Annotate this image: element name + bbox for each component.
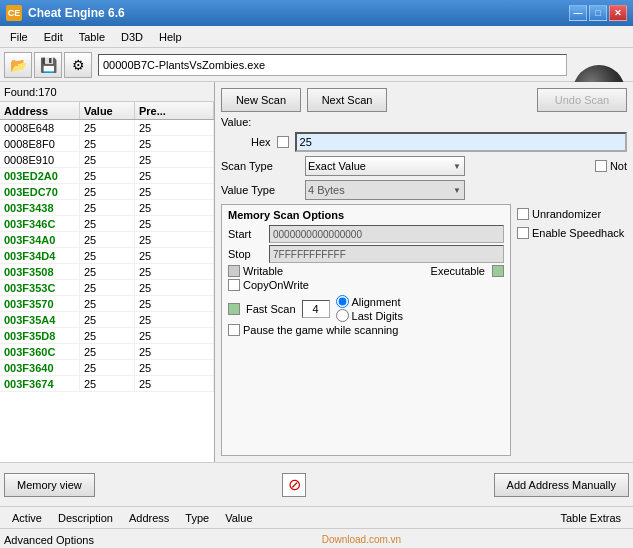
app-icon: CE	[6, 5, 22, 21]
list-item[interactable]: 003F35A4 25 25	[0, 312, 214, 328]
val-cell: 25	[80, 248, 135, 263]
list-item[interactable]: 003F34A0 25 25	[0, 232, 214, 248]
fast-scan-input[interactable]	[302, 300, 330, 318]
open-button[interactable]: 📂	[4, 52, 32, 78]
pause-label: Pause the game while scanning	[243, 324, 398, 336]
val-cell: 25	[80, 264, 135, 279]
list-item[interactable]: 003F35D8 25 25	[0, 328, 214, 344]
list-item[interactable]: 003F3640 25 25	[0, 360, 214, 376]
list-item[interactable]: 0008E8F0 25 25	[0, 136, 214, 152]
addr-cell: 0008E8F0	[0, 136, 80, 151]
list-item[interactable]: 003F3570 25 25	[0, 296, 214, 312]
list-item[interactable]: 003F360C 25 25	[0, 344, 214, 360]
tf-type: Type	[177, 512, 217, 524]
menu-d3d[interactable]: D3D	[113, 26, 151, 47]
close-button[interactable]: ✕	[609, 5, 627, 21]
maximize-button[interactable]: □	[589, 5, 607, 21]
list-item[interactable]: 003F353C 25 25	[0, 280, 214, 296]
list-item[interactable]: 003F3438 25 25	[0, 200, 214, 216]
hex-checkbox[interactable]	[277, 136, 289, 148]
menu-file[interactable]: File	[2, 26, 36, 47]
pause-row: Pause the game while scanning	[228, 324, 504, 336]
lastdigits-radio[interactable]	[336, 309, 349, 322]
start-label: Start	[228, 228, 263, 240]
found-count: Found:170	[0, 82, 214, 102]
pre-cell: 25	[135, 152, 214, 167]
address-list[interactable]: 0008E648 25 25 0008E8F0 25 25 0008E910 2…	[0, 120, 214, 462]
tf-value: Value	[217, 512, 260, 524]
writable-checkbox[interactable]	[228, 265, 240, 277]
tf-description: Description	[50, 512, 121, 524]
value-label: Value:	[221, 116, 251, 128]
list-header: Address Value Pre...	[0, 102, 214, 120]
main-area: Found:170 Address Value Pre... 0008E648 …	[0, 82, 633, 462]
mem-opt-checks: Writable Executable CopyOnWrite	[228, 265, 504, 291]
scan-type-row: Scan Type Exact Value Bigger than... Sma…	[221, 156, 627, 176]
list-item[interactable]: 003F3508 25 25	[0, 264, 214, 280]
pre-cell: 25	[135, 200, 214, 215]
value-input[interactable]	[295, 132, 627, 152]
list-item[interactable]: 0008E910 25 25	[0, 152, 214, 168]
no-icon-button[interactable]: ⊘	[282, 473, 306, 497]
unrandomizer-label: Unrandomizer	[532, 208, 601, 220]
memory-view-button[interactable]: Memory view	[4, 473, 95, 497]
stop-input[interactable]	[269, 245, 504, 263]
fast-scan-row: Fast Scan Alignment Last Digits	[228, 295, 504, 322]
pre-cell: 25	[135, 328, 214, 343]
value-input-row: Hex	[221, 132, 627, 152]
pre-cell: 25	[135, 248, 214, 263]
lastdigits-label: Last Digits	[352, 310, 403, 322]
val-cell: 25	[80, 216, 135, 231]
start-input[interactable]	[269, 225, 504, 243]
list-item[interactable]: 003F3674 25 25	[0, 376, 214, 392]
speedhack-label: Enable Speedhack	[532, 227, 624, 239]
executable-checkbox[interactable]	[492, 265, 504, 277]
fast-scan-label: Fast Scan	[246, 303, 296, 315]
value-row: Value:	[221, 116, 627, 128]
unrandomizer-checkbox[interactable]	[517, 208, 529, 220]
copyonwrite-checkbox[interactable]	[228, 279, 240, 291]
val-cell: 25	[80, 184, 135, 199]
list-item[interactable]: 003EDC70 25 25	[0, 184, 214, 200]
menu-table[interactable]: Table	[71, 26, 113, 47]
pre-cell: 25	[135, 184, 214, 199]
menu-help[interactable]: Help	[151, 26, 190, 47]
download-watermark: Download.com.vn	[322, 534, 401, 545]
value-type-select[interactable]: 4 Bytes 2 Bytes 1 Byte 8 Bytes Float Dou…	[305, 180, 465, 200]
undo-scan-button[interactable]: Undo Scan	[537, 88, 627, 112]
add-address-button[interactable]: Add Address Manually	[494, 473, 629, 497]
menu-edit[interactable]: Edit	[36, 26, 71, 47]
title-bar: CE Cheat Engine 6.6 — □ ✕	[0, 0, 633, 26]
next-scan-button[interactable]: Next Scan	[307, 88, 387, 112]
stop-label: Stop	[228, 248, 263, 260]
list-item[interactable]: 003ED2A0 25 25	[0, 168, 214, 184]
alignment-radio[interactable]	[336, 295, 349, 308]
table-footer: Active Description Address Type Value Ta…	[0, 506, 633, 528]
settings-toolbar-button[interactable]: ⚙	[64, 52, 92, 78]
val-cell: 25	[80, 232, 135, 247]
process-name-text: 00000B7C-PlantsVsZombies.exe	[103, 59, 265, 71]
minimize-button[interactable]: —	[569, 5, 587, 21]
pre-cell: 25	[135, 360, 214, 375]
copyonwrite-opt: CopyOnWrite	[228, 279, 504, 291]
list-item[interactable]: 0008E648 25 25	[0, 120, 214, 136]
val-cell: 25	[80, 136, 135, 151]
val-cell: 25	[80, 280, 135, 295]
pause-checkbox[interactable]	[228, 324, 240, 336]
addr-cell: 003F35A4	[0, 312, 80, 327]
speedhack-checkbox[interactable]	[517, 227, 529, 239]
list-item[interactable]: 003F346C 25 25	[0, 216, 214, 232]
val-cell: 25	[80, 120, 135, 135]
save-button[interactable]: 💾	[34, 52, 62, 78]
advanced-options-label: Advanced Options	[4, 534, 94, 546]
bottom-area: Memory view ⊘ Add Address Manually	[0, 462, 633, 506]
list-item[interactable]: 003F34D4 25 25	[0, 248, 214, 264]
right-panel: New Scan Next Scan Undo Scan Value: Hex …	[215, 82, 633, 462]
scan-type-select[interactable]: Exact Value Bigger than... Smaller than.…	[305, 156, 465, 176]
process-name-bar: 00000B7C-PlantsVsZombies.exe	[98, 54, 567, 76]
fast-scan-checkbox[interactable]	[228, 303, 240, 315]
scan-start-row: Start	[228, 225, 504, 243]
new-scan-button[interactable]: New Scan	[221, 88, 301, 112]
addr-cell: 003F3508	[0, 264, 80, 279]
not-checkbox[interactable]	[595, 160, 607, 172]
